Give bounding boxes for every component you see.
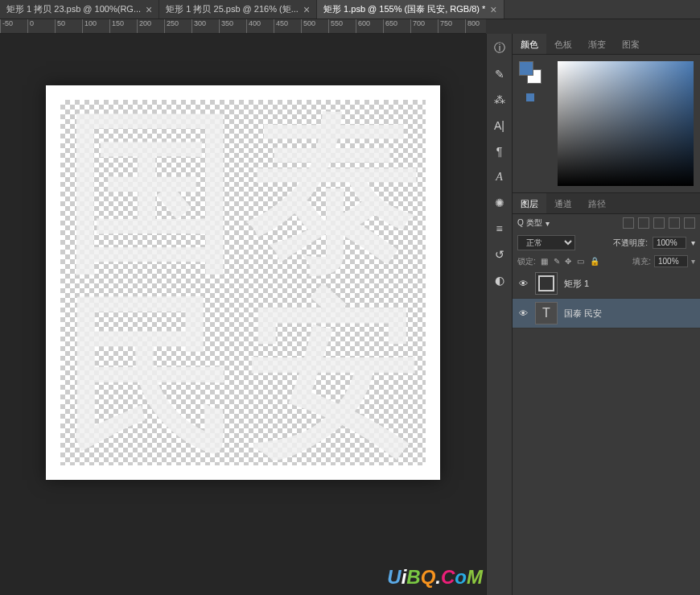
char-1: 国 bbox=[60, 100, 243, 283]
ruler-tick: 450 bbox=[274, 19, 288, 33]
ruler-tick: 800 bbox=[465, 19, 480, 33]
close-icon[interactable]: × bbox=[303, 3, 310, 16]
lock-label: 锁定: bbox=[517, 256, 536, 267]
layer-item[interactable]: 👁 矩形 1 bbox=[513, 269, 700, 299]
color-panel-tabs: 颜色 色板 渐变 图案 bbox=[513, 34, 700, 55]
doc-tab-2[interactable]: 矩形 1 拷贝 25.psb @ 216% (矩... × bbox=[159, 0, 317, 19]
ruler-tick: 400 bbox=[246, 19, 261, 33]
horizontal-ruler: -500501001502002503003504004505005506006… bbox=[0, 19, 486, 34]
tab-label: 矩形 1.psb @ 155% (国泰 民安, RGB/8) * bbox=[323, 3, 485, 15]
layer-filter-row: Q 类型 ▾ bbox=[513, 214, 700, 232]
mini-swatches bbox=[526, 93, 534, 101]
tab-paths[interactable]: 路径 bbox=[580, 193, 614, 213]
chevron-down-icon[interactable]: ▾ bbox=[546, 219, 550, 228]
close-icon[interactable]: × bbox=[146, 3, 152, 16]
close-icon[interactable]: × bbox=[490, 3, 496, 16]
ruler-tick: 750 bbox=[438, 19, 452, 33]
tab-swatches[interactable]: 色板 bbox=[546, 34, 580, 54]
ruler-tick: 300 bbox=[191, 19, 206, 33]
tab-label: 矩形 1 拷贝 25.psb @ 216% (矩... bbox=[166, 3, 299, 15]
type-icon[interactable]: A| bbox=[490, 116, 509, 135]
ruler-tick: 250 bbox=[164, 19, 179, 33]
brush-icon[interactable]: ✎ bbox=[490, 64, 509, 84]
ruler-tick: 500 bbox=[301, 19, 315, 33]
color-panel bbox=[513, 55, 700, 192]
tab-layers[interactable]: 图层 bbox=[513, 193, 546, 213]
layer-name[interactable]: 国泰 民安 bbox=[564, 308, 602, 320]
tab-pattern[interactable]: 图案 bbox=[614, 34, 648, 54]
lock-icons: ▦ ✎ ✥ ▭ 🔒 bbox=[539, 257, 601, 266]
visibility-eye-icon[interactable]: 👁 bbox=[517, 279, 529, 288]
doc-tab-1[interactable]: 矩形 1 拷贝 23.psb @ 100%(RG... × bbox=[0, 0, 159, 19]
starburst-icon[interactable]: ✺ bbox=[490, 193, 509, 213]
visibility-eye-icon[interactable]: 👁 bbox=[517, 308, 529, 318]
timeline-icon[interactable]: ≡ bbox=[490, 219, 509, 238]
ruler-tick: 100 bbox=[82, 19, 97, 33]
blend-mode-select[interactable]: 正常 bbox=[517, 235, 575, 250]
tab-color[interactable]: 颜色 bbox=[513, 34, 546, 54]
layer-list: 👁 矩形 1 👁 T 国泰 民安 bbox=[513, 269, 700, 328]
right-panels: 颜色 色板 渐变 图案 图层 bbox=[512, 34, 700, 595]
tab-gradient[interactable]: 渐变 bbox=[580, 34, 614, 54]
layers-panel-tabs: 图层 通道 路径 bbox=[513, 193, 700, 214]
doc-tab-3[interactable]: 矩形 1.psb @ 155% (国泰 民安, RGB/8) * × bbox=[317, 0, 504, 19]
layer-thumbnail[interactable]: T bbox=[535, 302, 558, 324]
char-4: 安 bbox=[243, 283, 426, 465]
layer-name[interactable]: 矩形 1 bbox=[564, 278, 589, 290]
glyph-icon[interactable]: A bbox=[490, 167, 509, 187]
opacity-input[interactable] bbox=[653, 237, 686, 249]
history-icon[interactable]: ↺ bbox=[490, 245, 509, 264]
layers-panel: 图层 通道 路径 Q 类型 ▾ 正常 不透明度: bbox=[513, 192, 700, 328]
document-tabs: 矩形 1 拷贝 23.psb @ 100%(RG... × 矩形 1 拷贝 25… bbox=[0, 0, 700, 19]
wand-icon[interactable]: ⁂ bbox=[490, 90, 509, 109]
adjust-icon[interactable]: ◐ bbox=[490, 271, 509, 290]
fill-label: 填充: bbox=[632, 256, 651, 267]
lock-all-icon[interactable]: 🔒 bbox=[590, 257, 599, 266]
mini-swatch[interactable] bbox=[526, 93, 534, 101]
tab-label: 矩形 1 拷贝 23.psb @ 100%(RG... bbox=[6, 3, 141, 15]
canvas[interactable]: 国 泰 民 安 bbox=[46, 85, 440, 480]
info-icon[interactable]: ⓘ bbox=[490, 39, 509, 58]
fg-bg-swatches[interactable] bbox=[519, 61, 541, 84]
filter-adjust-icon[interactable] bbox=[638, 217, 649, 229]
watermark: UiBQ.CoM bbox=[387, 566, 483, 589]
chevron-down-icon[interactable]: ▾ bbox=[691, 257, 695, 266]
filter-shape-icon[interactable] bbox=[669, 217, 680, 229]
lock-transparency-icon[interactable]: ▦ bbox=[541, 257, 548, 266]
lock-paint-icon[interactable]: ✎ bbox=[554, 257, 560, 266]
lock-position-icon[interactable]: ✥ bbox=[565, 257, 571, 266]
blend-row: 正常 不透明度: ▾ bbox=[513, 232, 700, 254]
ruler-tick: 550 bbox=[328, 19, 343, 33]
color-field[interactable] bbox=[558, 61, 694, 186]
chevron-down-icon[interactable]: ▾ bbox=[691, 238, 695, 247]
canvas-viewport[interactable]: 国 泰 民 安 bbox=[0, 34, 486, 595]
fill-input[interactable] bbox=[654, 255, 688, 267]
ruler-tick: 50 bbox=[55, 19, 65, 33]
ruler-tick: 150 bbox=[109, 19, 124, 33]
ruler-tick: 600 bbox=[356, 19, 370, 33]
layer-filter-icons bbox=[623, 217, 695, 229]
lock-artboard-icon[interactable]: ▭ bbox=[577, 257, 584, 266]
paragraph-icon[interactable]: ¶ bbox=[490, 142, 509, 161]
collapsed-toolbar: ⓘ ✎ ⁂ A| ¶ A ✺ ≡ ↺ ◐ bbox=[486, 34, 512, 595]
filter-smart-icon[interactable] bbox=[684, 217, 695, 229]
ruler-tick: -50 bbox=[0, 19, 13, 33]
char-2: 泰 bbox=[243, 100, 426, 283]
main-area: 国 泰 民 安 ⓘ ✎ ⁂ A| ¶ A ✺ ≡ ↺ ◐ 颜色 色板 渐变 图案 bbox=[0, 34, 700, 595]
ruler-tick: 700 bbox=[410, 19, 425, 33]
lock-row: 锁定: ▦ ✎ ✥ ▭ 🔒 填充: ▾ bbox=[513, 254, 700, 269]
filter-type-icon[interactable] bbox=[653, 217, 665, 229]
foreground-swatch[interactable] bbox=[519, 61, 533, 76]
filter-pixel-icon[interactable] bbox=[623, 217, 634, 229]
ruler-tick: 350 bbox=[219, 19, 233, 33]
ruler-tick: 650 bbox=[383, 19, 397, 33]
layer-item[interactable]: 👁 T 国泰 民安 bbox=[513, 299, 700, 328]
canvas-text: 国 泰 民 安 bbox=[60, 100, 426, 465]
ruler-tick: 200 bbox=[137, 19, 151, 33]
char-3: 民 bbox=[60, 283, 243, 465]
opacity-label: 不透明度: bbox=[613, 238, 648, 249]
layer-filter-label[interactable]: Q 类型 bbox=[517, 217, 542, 229]
layer-thumbnail[interactable] bbox=[535, 272, 558, 295]
ruler-tick: 0 bbox=[27, 19, 34, 33]
tab-channels[interactable]: 通道 bbox=[546, 193, 580, 213]
